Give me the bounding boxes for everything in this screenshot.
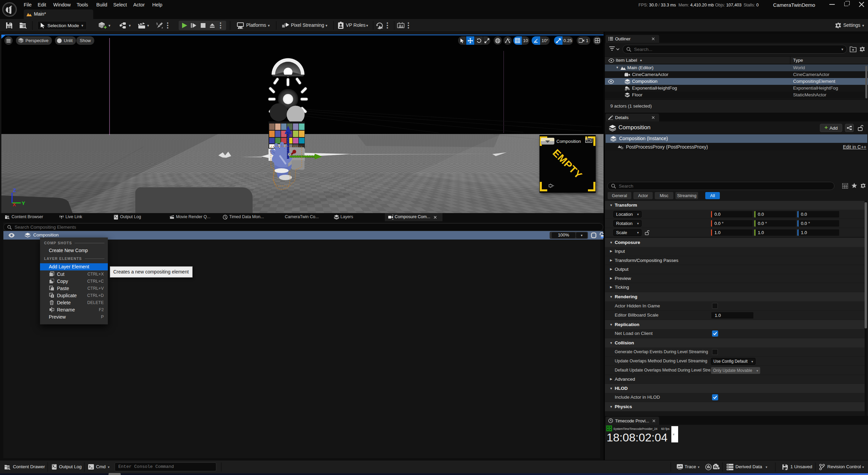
- svg-text:X: X: [13, 202, 16, 207]
- svg-text:Y: Y: [22, 200, 25, 206]
- svg-text:Composition: Composition: [556, 139, 581, 144]
- svg-text:EMPTY: EMPTY: [551, 147, 585, 181]
- svg-text:Z: Z: [13, 187, 16, 193]
